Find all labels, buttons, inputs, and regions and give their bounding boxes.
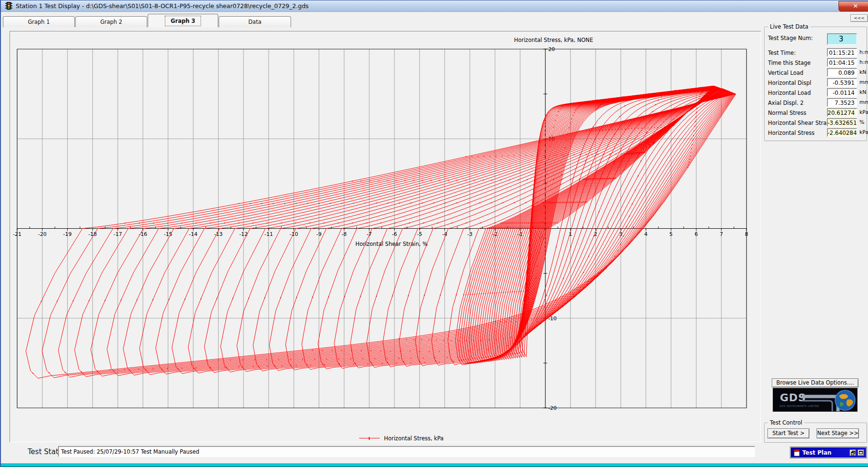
live-data-row: Horizontal Shear Strain-3.632651% — [765, 118, 867, 128]
svg-text:-20: -20 — [548, 405, 557, 411]
live-data-unit: kPa — [859, 129, 868, 135]
test-control-group: Test Control Start Test > Next Stage >> — [764, 423, 867, 443]
tab-data[interactable]: Data — [219, 16, 291, 27]
live-data-value-field: 20.61274 — [827, 108, 857, 117]
live-data-label: Vertical Load — [768, 70, 803, 76]
live-data-unit: mm — [859, 99, 868, 105]
test-control-title: Test Control — [768, 419, 804, 426]
live-data-value-field: 0.089 — [827, 68, 857, 77]
svg-text:-3: -3 — [467, 231, 473, 237]
window-title: Station 1 Test Display - d:\GDS-shear\S0… — [16, 2, 309, 10]
tab-label: Data — [219, 19, 291, 25]
x-axis-label: Horizontal Shear Strain, % — [355, 241, 428, 247]
tab-graph-3[interactable]: Graph 3 — [148, 14, 218, 27]
live-data-unit: % — [859, 119, 864, 125]
live-data-row: Test Stage Num:3 — [765, 33, 867, 43]
svg-text:7: 7 — [720, 231, 723, 237]
svg-text:-14: -14 — [189, 231, 198, 237]
svg-text:-5: -5 — [417, 231, 422, 237]
live-data-value-field: -2.640284 — [827, 128, 857, 137]
app-window: Station 1 Test Display - d:\GDS-shear\S0… — [0, 0, 868, 467]
maximize-icon — [859, 451, 863, 454]
gds-logo: GDS GDS INSTRUMENTS LIMITED — [773, 388, 858, 412]
svg-text:5: 5 — [669, 231, 673, 237]
svg-text:-16: -16 — [139, 231, 147, 237]
live-data-label: Horizontal Stress — [768, 130, 815, 136]
live-data-value-field: -3.632651 — [827, 118, 857, 127]
svg-text:-10: -10 — [290, 231, 298, 237]
svg-text:-17: -17 — [113, 231, 122, 237]
live-data-value-field: 01:04:15 — [827, 58, 857, 67]
live-data-label: Horizontal Shear Strain — [768, 120, 832, 126]
live-data-unit: h:m:s — [859, 59, 868, 65]
chart-title: Horizontal Stress, kPa, NONE — [482, 37, 625, 43]
svg-text:-12: -12 — [239, 231, 248, 237]
svg-text:-20: -20 — [38, 231, 47, 237]
live-data-unit: kPa — [859, 109, 868, 115]
window-bottom-edge — [1, 463, 868, 467]
live-data-unit: kN — [859, 89, 867, 95]
live-data-value-field: -0.5391 — [827, 78, 857, 87]
svg-text:-4: -4 — [442, 231, 447, 237]
live-data-label: Test Time: — [768, 50, 796, 56]
start-test-button[interactable]: Start Test > — [767, 428, 809, 438]
live-data-unit: h:m:s — [859, 49, 868, 55]
live-data-label: Horizontal Displ — [768, 80, 811, 86]
live-test-data-group: Live Test Data Test Stage Num:3Test Time… — [764, 27, 867, 141]
maximize-button[interactable] — [858, 449, 864, 456]
svg-text:-11: -11 — [264, 231, 273, 237]
live-data-label: Axial Displ. 2 — [768, 100, 804, 106]
svg-text:-8: -8 — [342, 231, 347, 237]
svg-text:4: 4 — [644, 231, 647, 237]
live-data-label: Test Stage Num: — [768, 35, 813, 41]
chart-panel: -21-20-19-18-17-16-15-14-13-12-11-10-9-8… — [10, 31, 761, 442]
legend-label: Horizontal Stress, kPa — [384, 435, 444, 442]
live-data-row: Horizontal Stress-2.640284kPa — [765, 128, 867, 138]
svg-text:-7: -7 — [367, 231, 372, 237]
legend-line-sample — [359, 438, 380, 438]
live-data-row: Vertical Load0.089kN — [765, 68, 867, 78]
next-stage-button[interactable]: Next Stage >> — [817, 428, 859, 438]
chart-legend: Horizontal Stress, kPa — [359, 433, 444, 442]
live-data-row: Horizontal Load-0.0114kN — [765, 88, 867, 98]
svg-text:6: 6 — [695, 231, 698, 237]
tab-graph-1[interactable]: Graph 1 — [3, 16, 75, 27]
tab-label: Graph 2 — [76, 19, 147, 25]
live-data-value-field: 3 — [827, 33, 857, 45]
live-data-label: Time this Stage — [768, 60, 811, 66]
svg-text:-21: -21 — [13, 231, 21, 237]
globe-icon — [834, 389, 856, 411]
collapse-panel-button[interactable]: <<< — [850, 14, 868, 22]
live-data-value-field: -0.0114 — [827, 88, 857, 97]
traffic-light-icon — [5, 2, 13, 10]
live-data-value-field: 7.3523 — [827, 98, 857, 107]
live-data-label: Horizontal Load — [768, 90, 811, 96]
live-data-unit: mm — [859, 79, 868, 85]
tab-label: Graph 1 — [3, 19, 74, 25]
svg-text:-19: -19 — [63, 231, 72, 237]
live-data-unit: kN — [859, 69, 867, 75]
live-data-row: Normal Stress20.61274kPa — [765, 108, 867, 118]
browse-live-data-options-button[interactable]: Browse Live Data Options.... — [772, 378, 858, 387]
svg-text:-9: -9 — [316, 231, 322, 237]
test-status-field[interactable]: Test Paused: 25/07/29-10:57 Test Manuall… — [58, 446, 755, 457]
live-data-label: Normal Stress — [768, 110, 807, 116]
test-plan-title: Test Plan — [802, 449, 831, 456]
tab-graph-2[interactable]: Graph 2 — [75, 16, 147, 27]
test-plan-icon — [793, 449, 800, 457]
title-bar: Station 1 Test Display - d:\GDS-shear\S0… — [1, 0, 868, 12]
live-test-data-title: Live Test Data — [768, 23, 810, 30]
svg-text:-6: -6 — [392, 231, 397, 237]
svg-text:8: 8 — [745, 231, 748, 237]
test-plan-window-bar[interactable]: Test Plan — [790, 447, 867, 458]
live-data-row: Axial Displ. 27.3523mm — [765, 98, 867, 108]
close-button[interactable]: ✕ — [838, 1, 868, 11]
live-data-row: Horizontal Displ-0.5391mm — [765, 78, 867, 88]
live-data-value-field: 01:15:21 — [827, 48, 857, 57]
svg-text:20: 20 — [548, 46, 555, 52]
live-data-row: Time this Stage01:04:15h:m:s — [765, 58, 867, 68]
stress-strain-chart: -21-20-19-18-17-16-15-14-13-12-11-10-9-8… — [10, 31, 761, 442]
live-data-row: Test Time:01:15:21h:m:s — [765, 48, 867, 58]
restore-button[interactable] — [849, 449, 856, 456]
